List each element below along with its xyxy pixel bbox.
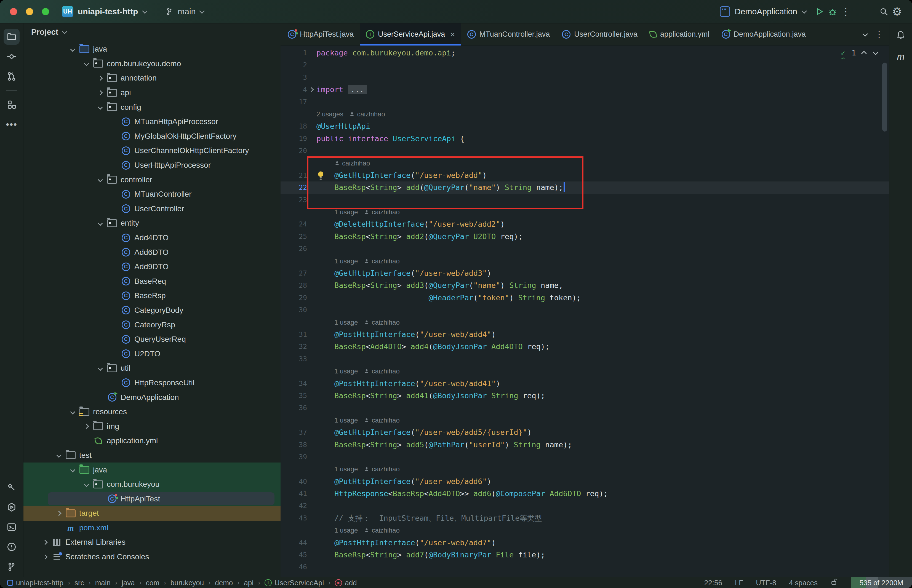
tree-item-mtuanhttpapiprocessor[interactable]: CMTuanHttpApiProcessor: [23, 115, 281, 129]
code-line-19[interactable]: 19public interface UserServiceApi {: [281, 132, 889, 145]
code-line-45[interactable]: 45 BaseRsp<String> add7(@BodyBinaryPar F…: [281, 549, 889, 561]
tree-item-userhttpapiprocessor[interactable]: CUserHttpApiProcessor: [23, 158, 281, 173]
code-line-3[interactable]: 3: [281, 71, 889, 84]
unlocked-padlock-icon[interactable]: [830, 578, 838, 588]
code-line-36[interactable]: 36: [281, 402, 889, 414]
minimize-window-button[interactable]: [26, 8, 33, 15]
breadcrumb-item-userserviceapi[interactable]: IUserServiceApi: [265, 578, 324, 587]
code-vision-inlay[interactable]: 1 usagecaizhihao: [281, 317, 889, 328]
chevron-right-icon[interactable]: [56, 511, 61, 516]
chevron-right-icon[interactable]: [42, 540, 47, 545]
project-panel-header[interactable]: Project: [23, 23, 281, 40]
tool-window-button-problems[interactable]: [3, 539, 19, 555]
chevron-down-icon[interactable]: [56, 453, 61, 458]
code-vision-inlay[interactable]: 1 usagecaizhihao: [281, 524, 889, 536]
chevron-down-icon[interactable]: [70, 409, 75, 414]
code-line-44[interactable]: 44 @PostHttpInterface("/user-web/add7"): [281, 537, 889, 549]
author-hint[interactable]: caizhihao: [372, 257, 399, 265]
code-line-42[interactable]: 42: [281, 500, 889, 512]
tool-window-button-project-folder[interactable]: [3, 29, 19, 45]
code-line-40[interactable]: 40 @PutHttpInterface("/user-web/add6"): [281, 475, 889, 488]
tool-window-button-pull-request[interactable]: [3, 68, 19, 84]
tree-item-add4dto[interactable]: CAdd4DTO: [23, 231, 281, 245]
chevron-down-icon[interactable]: [98, 105, 103, 110]
author-hint[interactable]: caizhihao: [372, 417, 399, 424]
code-line-34[interactable]: 34 @PostHttpInterface("/user-web/add41"): [281, 378, 889, 390]
code-vision-inlay[interactable]: 1 usagecaizhihao: [281, 463, 889, 475]
tree-item-util[interactable]: util: [23, 361, 281, 376]
usages-hint[interactable]: 1 usage: [334, 208, 358, 216]
breadcrumb-item-uniapi-test-http[interactable]: uniapi-test-http: [7, 578, 63, 587]
tree-item-queryuserreq[interactable]: CQueryUserReq: [23, 332, 281, 347]
kebab-icon[interactable]: ⋮: [875, 30, 884, 39]
code-line-46[interactable]: 46: [281, 561, 889, 573]
code-line-38[interactable]: 38 BaseRsp<String> add5(@PathPar("userId…: [281, 439, 889, 451]
code-line-20[interactable]: 20: [281, 145, 889, 157]
chevron-down-icon[interactable]: [98, 366, 103, 371]
maven-tool-window-icon[interactable]: m: [897, 51, 905, 62]
memory-indicator[interactable]: 535 of 2200M: [851, 577, 912, 588]
chevron-right-icon[interactable]: [98, 76, 103, 81]
code-vision-inlay[interactable]: 1 usagecaizhihao: [281, 255, 889, 267]
tab-demoapplication-java[interactable]: CDemoApplication.java: [716, 23, 812, 45]
code-vision-inlay[interactable]: 1 usagecaizhihao: [281, 414, 889, 426]
code-line-39[interactable]: 39: [281, 451, 889, 463]
tree-item-config[interactable]: config: [23, 100, 281, 115]
tree-item-u2dto[interactable]: CU2DTO: [23, 346, 281, 361]
code-line-32[interactable]: 32 BaseRsp<Add4DTO> add4(@BodyJsonPar Ad…: [281, 341, 889, 353]
tree-item-img[interactable]: img: [23, 419, 281, 433]
project-widget[interactable]: UH uniapi-test-http: [62, 6, 146, 18]
code-line-24[interactable]: 24 @DeleteHttpInterface("/user-web/add2"…: [281, 218, 889, 230]
search-icon[interactable]: [877, 5, 891, 18]
code-line-28[interactable]: 28 BaseRsp<String> add3(@QueryPar("name"…: [281, 279, 889, 291]
chevron-down-icon[interactable]: [70, 467, 75, 472]
fold-chevron-icon[interactable]: [309, 87, 314, 92]
chevron-right-icon[interactable]: [98, 90, 103, 95]
settings-gear-icon[interactable]: ⚙: [891, 5, 904, 18]
tree-item-add6dto[interactable]: CAdd6DTO: [23, 245, 281, 260]
breadcrumb-item-java[interactable]: java: [122, 578, 135, 587]
tree-item-application-yml[interactable]: application.yml: [23, 433, 281, 448]
tree-item-pom-xml[interactable]: mpom.xml: [23, 521, 281, 535]
code-line-2[interactable]: 2: [281, 59, 889, 71]
tree-item-demoapplication[interactable]: CDemoApplication: [23, 390, 281, 405]
tree-item-basersp[interactable]: CBaseRsp: [23, 289, 281, 303]
chevron-right-icon[interactable]: [84, 424, 89, 429]
code-line-18[interactable]: 18@UserHttpApi: [281, 120, 889, 132]
file-encoding[interactable]: UTF-8: [756, 578, 776, 587]
tool-window-button-structure[interactable]: [3, 97, 19, 113]
code-line-25[interactable]: 25 BaseRsp<String> add2(@QueryPar U2DTO …: [281, 231, 889, 243]
usages-hint[interactable]: 1 usage: [334, 367, 358, 375]
caret-position[interactable]: 22:56: [704, 578, 722, 587]
tab-application-yml[interactable]: application.yml: [644, 23, 716, 45]
tree-item-target[interactable]: target: [23, 506, 281, 521]
author-hint[interactable]: caizhihao: [372, 367, 399, 375]
notifications-bell-icon[interactable]: [896, 29, 906, 40]
chevron-down-icon[interactable]: [863, 32, 867, 36]
code-line-26[interactable]: 26: [281, 243, 889, 255]
tree-item-resources[interactable]: resources: [23, 405, 281, 419]
more-actions-kebab-icon[interactable]: ⋮: [839, 5, 852, 18]
code-line-17[interactable]: 17: [281, 96, 889, 108]
tool-window-button-terminal[interactable]: [3, 519, 19, 535]
tree-item-annotation[interactable]: annotation: [23, 71, 281, 86]
chevron-down-icon[interactable]: [84, 61, 89, 66]
code-line-31[interactable]: 31 @PostHttpInterface("/user-web/add4"): [281, 328, 889, 341]
code-vision-inlay[interactable]: 1 usagecaizhihao: [281, 365, 889, 377]
tool-window-button-build-hammer[interactable]: [3, 479, 19, 495]
breadcrumb-item-demo[interactable]: demo: [215, 578, 233, 587]
indent-setting[interactable]: 4 spaces: [789, 578, 818, 587]
author-hint[interactable]: caizhihao: [357, 110, 385, 118]
zoom-window-button[interactable]: [42, 8, 49, 15]
code-line-27[interactable]: 27 @GetHttpInterface("/user-web/add3"): [281, 267, 889, 279]
tree-item-categorybody[interactable]: CCategoryBody: [23, 303, 281, 318]
run-button[interactable]: [813, 5, 826, 18]
run-configuration-selector[interactable]: DemoApplication: [720, 6, 805, 17]
tree-item-httpresponseutil[interactable]: CHttpResponseUtil: [23, 376, 281, 390]
tree-item-java[interactable]: java: [23, 42, 281, 57]
tree-item-usercontroller[interactable]: CUserController: [23, 202, 281, 216]
code-line-30[interactable]: 30: [281, 304, 889, 316]
tree-item-httpapitest[interactable]: CHttpApiTest: [23, 491, 281, 506]
tree-item-external-libraries[interactable]: External Libraries: [23, 535, 281, 550]
code-line-35[interactable]: 35 BaseRsp<String> add41(@BodyJsonPar St…: [281, 390, 889, 402]
